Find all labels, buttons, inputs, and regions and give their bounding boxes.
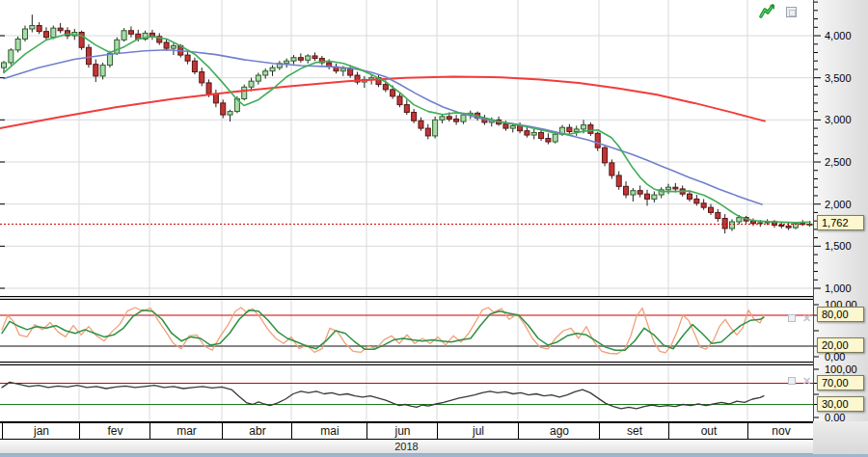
price-chart-panel[interactable] <box>0 0 813 296</box>
stochastic-pane-buttons: ✕ <box>788 313 811 323</box>
stochastic-chart <box>0 300 813 362</box>
month-label-jul: jul <box>437 423 519 439</box>
rsi-panel[interactable] <box>0 365 813 421</box>
price-tick-label: 2,500 <box>825 156 852 168</box>
month-label-jan: jan <box>2 423 80 439</box>
month-label-out: out <box>668 423 748 439</box>
rsi-top-label: 100,00 <box>825 363 857 375</box>
month-label-fev: fev <box>79 423 150 439</box>
stoch-lower-level-badge: 20,00 <box>817 337 864 353</box>
stoch-upper-level-badge: 80,00 <box>817 307 864 322</box>
last-price-badge: 1,762 <box>817 215 864 230</box>
price-tick-label: 2,000 <box>825 199 852 210</box>
rsi-lower-level-badge: 30,00 <box>817 396 864 412</box>
month-label-nov: nov <box>747 423 814 439</box>
rsi-pane-buttons: ✕ <box>788 376 811 386</box>
month-label-jun: jun <box>366 423 438 439</box>
candlestick-chart <box>0 0 813 296</box>
month-label-abr: abr <box>222 423 292 439</box>
month-label-ago: ago <box>518 423 600 439</box>
trading-chart-window: ✕ ✕ 4,0003,5003,0002,5002,0001,5001,000 … <box>0 0 868 457</box>
stochastic-panel[interactable] <box>0 300 813 362</box>
month-label-mar: mar <box>149 423 223 439</box>
time-axis-year: 2018 <box>0 440 813 454</box>
price-tick-label: 1,500 <box>825 240 852 252</box>
close-pane-icon[interactable]: ✕ <box>802 313 811 323</box>
year-label: 2018 <box>394 441 418 452</box>
price-tick-label: 1,000 <box>825 282 852 294</box>
trend-arrow-icon[interactable] <box>759 3 776 20</box>
axis-corner <box>813 421 868 454</box>
month-label-set: set <box>599 423 669 439</box>
restore-pane-icon[interactable] <box>788 377 796 385</box>
restore-window-icon[interactable] <box>786 7 797 17</box>
time-axis-months[interactable]: janfevmarabrmaijunjulagosetoutnov <box>0 421 813 440</box>
rsi-upper-level-badge: 70,00 <box>817 375 864 390</box>
price-tick-label: 4,000 <box>825 30 852 41</box>
restore-pane-icon[interactable] <box>788 314 796 322</box>
rsi-chart <box>0 365 813 421</box>
close-pane-icon[interactable]: ✕ <box>802 376 811 386</box>
month-label-mai: mai <box>291 423 367 439</box>
price-axis[interactable]: 4,0003,5003,0002,5002,0001,5001,000 100,… <box>813 0 868 421</box>
restore-window-inner <box>789 10 796 16</box>
price-tick-label: 3,500 <box>825 72 852 84</box>
price-tick-label: 3,000 <box>825 114 852 125</box>
